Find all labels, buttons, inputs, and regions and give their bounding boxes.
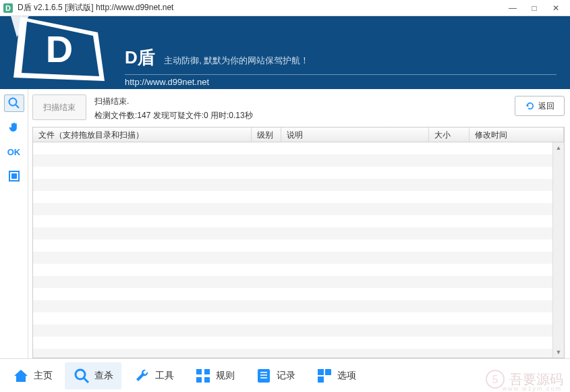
svg-rect-22 <box>325 369 331 375</box>
nav-home-label: 主页 <box>34 370 53 382</box>
slogan: 主动防御, 默默为你的网站保驾护航！ <box>164 55 309 65</box>
app-icon: D <box>3 3 13 13</box>
th-level[interactable]: 级别 <box>252 128 281 142</box>
nav-options[interactable]: 选项 <box>308 362 364 389</box>
app-name: D盾 <box>125 46 155 69</box>
svg-point-6 <box>9 99 16 106</box>
svg-point-24 <box>486 370 504 388</box>
side-search-icon[interactable] <box>4 94 24 112</box>
side-square-icon[interactable] <box>4 167 24 185</box>
maximize-button[interactable]: □ <box>528 3 540 13</box>
status-line2: 检测文件数:147 发现可疑文件:0 用时:0.13秒 <box>94 110 507 121</box>
banner-text: D盾 主动防御, 默默为你的网站保驾护航！ <box>125 46 309 69</box>
svg-rect-9 <box>11 173 17 179</box>
magnify-icon <box>73 367 90 385</box>
window-controls: — □ ✕ <box>507 3 567 13</box>
logo: D <box>7 16 111 89</box>
status-line1: 扫描结束. <box>94 96 507 107</box>
main-area: OK 扫描结束 扫描结束. 检测文件数:147 发现可疑文件:0 用时:0.13… <box>0 89 570 358</box>
banner-divider <box>125 74 557 75</box>
scroll-down[interactable]: ▼ <box>553 347 564 358</box>
undo-icon <box>525 101 534 111</box>
grid-icon <box>194 367 212 385</box>
watermark-sub: www.w1ym.com <box>502 385 562 392</box>
nav-options-label: 选项 <box>337 370 356 382</box>
svg-line-12 <box>84 378 89 383</box>
nav-scan[interactable]: 查杀 <box>65 362 121 389</box>
svg-rect-14 <box>204 369 210 374</box>
wrench-icon <box>134 367 151 385</box>
bottom-nav: 主页 查杀 工具 规则 记录 选项 5 吾要源码 www.w1ym.com <box>0 358 570 392</box>
back-button[interactable]: 返回 <box>515 96 565 116</box>
svg-text:D: D <box>46 28 73 70</box>
svg-rect-13 <box>196 369 202 374</box>
back-label: 返回 <box>538 101 554 112</box>
svg-text:D: D <box>5 4 11 12</box>
svg-rect-15 <box>196 377 202 383</box>
content-panel: 扫描结束 扫描结束. 检测文件数:147 发现可疑文件:0 用时:0.13秒 返… <box>28 89 570 358</box>
nav-rules[interactable]: 规则 <box>186 362 243 389</box>
th-size[interactable]: 大小 <box>429 128 469 142</box>
status-row: 扫描结束 扫描结束. 检测文件数:147 发现可疑文件:0 用时:0.13秒 返… <box>32 93 565 127</box>
status-text: 扫描结束. 检测文件数:147 发现可疑文件:0 用时:0.13秒 <box>94 94 507 121</box>
svg-line-7 <box>16 105 19 109</box>
home-icon <box>12 367 30 385</box>
side-ok-icon[interactable]: OK <box>4 143 24 161</box>
side-hand-icon[interactable] <box>4 119 24 136</box>
svg-point-11 <box>76 370 85 379</box>
scan-end-button[interactable]: 扫描结束 <box>32 94 86 120</box>
nav-tools[interactable]: 工具 <box>125 362 182 389</box>
scroll-up[interactable]: ▲ <box>553 142 564 153</box>
banner-url: http://www.d99net.net <box>125 77 209 87</box>
svg-rect-21 <box>318 369 324 375</box>
close-button[interactable]: ✕ <box>550 3 562 13</box>
nav-home[interactable]: 主页 <box>4 362 61 389</box>
svg-text:5: 5 <box>492 374 498 385</box>
nav-record[interactable]: 记录 <box>247 362 304 389</box>
side-toolbar: OK <box>0 89 28 358</box>
options-icon <box>316 367 333 385</box>
th-file[interactable]: 文件（支持拖放目录和扫描） <box>33 128 252 142</box>
list-icon <box>255 367 273 385</box>
th-time[interactable]: 修改时间 <box>469 128 564 142</box>
svg-rect-23 <box>318 376 324 383</box>
nav-record-label: 记录 <box>277 370 295 382</box>
svg-rect-16 <box>204 377 210 383</box>
window-title: D盾 v2.1.6.5 [测试版] http://www.d99net.net <box>18 2 507 13</box>
table-body[interactable]: ▲ ▼ <box>33 142 564 358</box>
svg-rect-17 <box>258 369 270 383</box>
results-table: 文件（支持拖放目录和扫描） 级别 说明 大小 修改时间 ▲ ▼ <box>32 127 565 358</box>
table-header: 文件（支持拖放目录和扫描） 级别 说明 大小 修改时间 <box>33 128 564 142</box>
nav-scan-label: 查杀 <box>94 370 113 382</box>
th-desc[interactable]: 说明 <box>281 128 429 142</box>
minimize-button[interactable]: — <box>507 3 519 13</box>
titlebar: D D盾 v2.1.6.5 [测试版] http://www.d99net.ne… <box>0 0 570 16</box>
watermark-text: 吾要源码 <box>509 370 563 389</box>
nav-rules-label: 规则 <box>216 370 235 382</box>
watermark: 5 吾要源码 www.w1ym.com <box>485 369 563 389</box>
nav-tools-label: 工具 <box>155 370 174 382</box>
banner: D D盾 主动防御, 默默为你的网站保驾护航！ http://www.d99ne… <box>0 16 570 89</box>
